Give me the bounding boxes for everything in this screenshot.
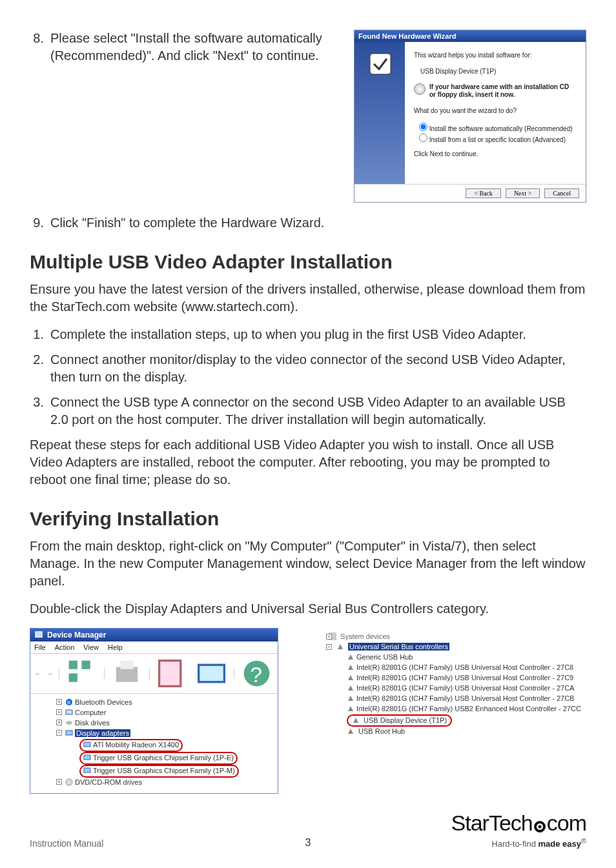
svg-rect-1 xyxy=(36,632,43,638)
wizard-option-list[interactable]: Install from a list or specific location… xyxy=(419,134,577,143)
dm-tree[interactable]: +BBluetooth Devices+Computer+Disk drives… xyxy=(30,694,278,793)
properties-icon[interactable] xyxy=(155,656,189,691)
svg-rect-8 xyxy=(199,665,225,682)
heading-verifying: Verifying Installation xyxy=(30,508,586,530)
svg-point-14 xyxy=(66,721,72,725)
screenshots-row: Device Manager FileActionViewHelp ← → ? … xyxy=(30,628,586,794)
wizard-next-button[interactable]: Next > xyxy=(506,188,540,198)
dm-node[interactable]: +BBluetooth Devices xyxy=(33,698,275,708)
nav-forward-icon[interactable]: → xyxy=(46,670,54,678)
svg-text:B: B xyxy=(67,700,70,705)
wizard-device: USB Display Device (T1P) xyxy=(420,67,577,76)
tree-icon[interactable] xyxy=(65,656,99,691)
wizard-sidebar-image xyxy=(354,42,405,184)
expand-icon[interactable]: + xyxy=(56,720,62,725)
dm-toolbar[interactable]: ← → ? xyxy=(30,654,278,694)
svg-text:?: ? xyxy=(251,663,262,687)
svg-rect-18 xyxy=(84,768,90,772)
usb-item[interactable]: Generic USB Hub xyxy=(323,652,575,663)
svg-rect-0 xyxy=(370,54,391,74)
dm-menu-help[interactable]: Help xyxy=(108,643,123,651)
dm-menu-file[interactable]: File xyxy=(34,643,46,651)
usb-item[interactable]: Intel(R) 82801G (ICH7 Family) USB Univer… xyxy=(323,694,575,704)
wizard-question: What do you want the wizard to do? xyxy=(414,106,577,115)
svg-rect-15 xyxy=(66,731,72,735)
dm-node[interactable]: −Display adapters xyxy=(33,729,275,739)
svg-rect-7 xyxy=(159,661,181,687)
help-icon[interactable]: ? xyxy=(240,656,274,691)
multi-step-3: 3.Connect the USB type A connector on th… xyxy=(30,394,586,429)
usb-controllers-root[interactable]: − Universal Serial Bus controllers xyxy=(323,642,575,652)
expand-icon[interactable]: + xyxy=(56,709,62,715)
expand-icon[interactable]: + xyxy=(56,699,62,705)
dm-node[interactable]: ATI Mobility Radeon X1400 xyxy=(33,739,275,752)
svg-point-19 xyxy=(66,779,72,785)
footer-manual-label: Instruction Manual xyxy=(30,838,103,849)
dm-node[interactable]: +Disk drives xyxy=(33,718,275,729)
step-9: 9. Click "Finish" to complete the Hardwa… xyxy=(30,214,586,232)
step-8: 8. Please select "Install the software a… xyxy=(30,30,344,65)
dm-node[interactable]: Trigger USB Graphics Chipset Family (1P-… xyxy=(33,752,275,765)
dm-menubar[interactable]: FileActionViewHelp xyxy=(30,641,278,654)
usb-root-hub[interactable]: USB Root Hub xyxy=(323,727,575,737)
dm-menu-view[interactable]: View xyxy=(83,643,99,651)
svg-rect-4 xyxy=(69,674,77,682)
svg-point-22 xyxy=(538,825,541,829)
wizard-cancel-button[interactable]: Cancel xyxy=(544,188,579,198)
expand-icon[interactable]: + xyxy=(326,634,332,640)
svg-rect-3 xyxy=(82,661,90,669)
multi-outro: Repeat these steps for each additional U… xyxy=(30,436,586,489)
svg-rect-6 xyxy=(121,661,134,669)
svg-rect-5 xyxy=(116,667,138,682)
svg-rect-13 xyxy=(66,710,72,714)
wizard-title: Found New Hardware Wizard xyxy=(354,30,586,42)
system-devices-peek: + System devices xyxy=(323,632,575,642)
multi-step-1: 1.Complete the installation steps, up to… xyxy=(30,326,586,343)
footer-page-number: 3 xyxy=(305,837,311,849)
expand-icon[interactable]: + xyxy=(56,779,62,785)
dm-node[interactable]: Trigger USB Graphics Chipset Family (1P-… xyxy=(33,765,275,778)
dm-node[interactable]: +DVD/CD-ROM drives xyxy=(33,778,275,788)
collapse-icon[interactable]: − xyxy=(56,730,62,736)
nav-back-icon[interactable]: ← xyxy=(34,670,41,678)
multi-intro: Ensure you have the latest version of th… xyxy=(30,281,586,316)
wizard-back-button[interactable]: < Back xyxy=(466,188,501,198)
svg-rect-17 xyxy=(84,755,90,760)
svg-rect-2 xyxy=(69,661,77,669)
print-icon[interactable] xyxy=(110,656,144,691)
cd-icon xyxy=(414,83,426,95)
verify-p1: From the main desktop, right-click on "M… xyxy=(30,538,586,590)
wizard-cd-hint: If your hardware came with an installati… xyxy=(414,83,577,99)
page-footer: Instruction Manual 3 StarTech com Hard-t… xyxy=(30,811,586,849)
wizard-click-next: Click Next to continue. xyxy=(414,150,577,158)
wizard-intro: This wizard helps you install software f… xyxy=(414,51,577,59)
multi-step-2: 2.Connect another monitor/display to the… xyxy=(30,351,586,386)
heading-multiple-install: Multiple USB Video Adapter Installation xyxy=(30,251,586,273)
usb-item[interactable]: Intel(R) 82801G (ICH7 Family) USB Univer… xyxy=(323,683,575,694)
usb-controllers-tree: + System devices − Universal Serial Bus … xyxy=(323,628,575,794)
startech-logo: StarTech com Hard-to-find made easy® xyxy=(451,811,586,849)
usb-item[interactable]: Intel(R) 82801G (ICH7 Family) USB Univer… xyxy=(323,663,575,673)
device-manager-window: Device Manager FileActionViewHelp ← → ? … xyxy=(30,628,278,794)
dm-node[interactable]: +Computer xyxy=(33,708,275,718)
step8-row: 8. Please select "Install the software a… xyxy=(30,30,586,203)
dm-titlebar: Device Manager xyxy=(30,629,278,641)
svg-rect-16 xyxy=(84,742,90,747)
hardware-wizard-dialog: Found New Hardware Wizard This wizard he… xyxy=(354,30,586,203)
usb-item[interactable]: Intel(R) 82801G (ICH7 Family) USB2 Enhan… xyxy=(323,704,575,714)
usb-item[interactable]: Intel(R) 82801G (ICH7 Family) USB Univer… xyxy=(323,673,575,683)
usb-display-device[interactable]: USB Display Device (T1P) xyxy=(323,714,575,727)
wizard-option-auto[interactable]: Install the software automatically (Reco… xyxy=(419,123,577,132)
collapse-icon[interactable]: − xyxy=(326,644,332,650)
dm-menu-action[interactable]: Action xyxy=(55,643,75,651)
verify-p2: Double-click the Display Adapters and Un… xyxy=(30,600,586,618)
scan-icon[interactable] xyxy=(194,656,229,691)
